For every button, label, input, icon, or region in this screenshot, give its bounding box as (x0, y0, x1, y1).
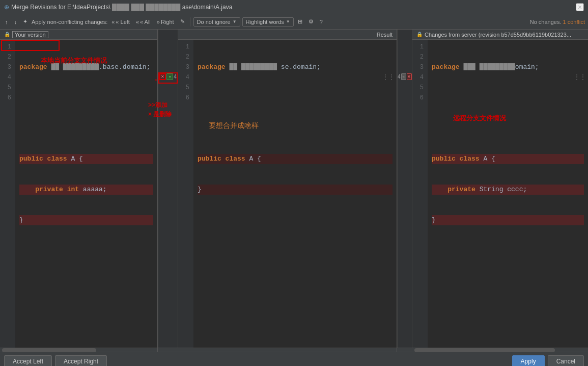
apply-edit-button[interactable]: ✎ (178, 17, 187, 26)
changes-from-server-label: Changes from server (revision b57d55d9bb… (425, 32, 571, 38)
settings-button[interactable]: ⚙ (306, 17, 316, 26)
apply-all-button[interactable]: « « All (134, 18, 153, 26)
right-gutter: 4 « ✕ (397, 30, 412, 348)
highlight-dropdown[interactable]: Highlight words ▼ (242, 17, 294, 27)
bottom-left-buttons: Accept Left Accept Right (4, 355, 107, 367)
right-scrollbar[interactable] (412, 348, 588, 352)
left-code-content: package ██ █████████.base.domain; public… (15, 40, 157, 348)
right-gutter-line-1 (398, 41, 412, 51)
help-icon: ? (320, 19, 323, 25)
app-icon: ⊕ (4, 4, 9, 11)
left-panel-title: 🔒 Your version (0, 30, 157, 40)
cancel-button[interactable]: Cancel (548, 355, 584, 367)
navigate-down-button[interactable]: ↓ (12, 18, 19, 26)
right-gutter-line-num: 4 (398, 74, 401, 80)
main-panels: 🔒 Your version 123456 package ██ ███████… (0, 30, 588, 348)
bottom-right-buttons: Apply Cancel (512, 355, 584, 367)
up-arrow-icon: ↑ (5, 19, 8, 25)
close-button[interactable]: × (576, 3, 584, 11)
apply-non-conflicting-label: Apply non-conflicting changes: (32, 19, 107, 25)
right-gutter-line-3 (398, 61, 412, 71)
result-label: Result (377, 32, 393, 38)
right-code-area[interactable]: 123456 package ███ █████████omain; publi… (412, 40, 588, 348)
reject-left-button[interactable]: ✕ (159, 73, 166, 80)
status-text: No changes. 1 conflict (530, 19, 585, 25)
accept-left-button[interactable]: » (166, 73, 173, 80)
table-icon: ⊞ (298, 18, 302, 25)
right-arrows-icon: » (157, 19, 160, 25)
table-view-button[interactable]: ⊞ (296, 17, 304, 26)
magic-icon: ✦ (23, 18, 27, 25)
apply-right-button[interactable]: » Right (155, 18, 176, 26)
right-separator-icon: ⋮⋮ (574, 73, 586, 81)
dropdown-arrow-icon: ▼ (233, 19, 237, 24)
gutter-scroll-space (158, 348, 178, 352)
bottom-bar: Accept Left Accept Right Apply Cancel (0, 352, 588, 366)
gutter-line-3 (158, 61, 178, 71)
line-number-4: 4 (174, 74, 177, 80)
left-line-numbers: 123456 (0, 40, 15, 348)
gutter-line-1 (158, 41, 178, 51)
left-code-area[interactable]: 123456 package ██ █████████.base.domain;… (0, 40, 157, 348)
apply-magic-button[interactable]: ✦ (21, 17, 30, 26)
help-button[interactable]: ? (318, 18, 325, 26)
right-line-numbers: 123456 (412, 40, 428, 348)
center-panel-title: Result (178, 30, 397, 40)
left-scrollbar[interactable] (0, 348, 158, 352)
accept-right-button[interactable]: Accept Right (55, 355, 107, 367)
right-gutter-line-2 (398, 51, 412, 61)
right-panel-title: 🔒 Changes from server (revision b57d55d9… (412, 30, 588, 40)
title-bar: ⊕ Merge Revisions for E:\IdeaProjects\ █… (0, 0, 588, 14)
gutter-line-4[interactable]: ✕ » 4 (158, 71, 178, 82)
navigate-up-button[interactable]: ↑ (3, 18, 10, 26)
window-title: Merge Revisions for E:\IdeaProjects\ ███… (11, 4, 576, 11)
conflict-count: 1 conflict (563, 19, 585, 25)
apply-button[interactable]: Apply (512, 355, 545, 367)
right-gutter-scroll-space (397, 348, 412, 352)
all-arrows-icon: « (136, 19, 139, 25)
left-panel: 🔒 Your version 123456 package ██ ███████… (0, 30, 158, 348)
center-code-area[interactable]: 123456 package ██ █████████ se.domain; p… (178, 40, 397, 348)
gutter-right-header-space (398, 30, 412, 41)
your-version-label: Your version (12, 31, 48, 38)
right-code-content: package ███ █████████omain; public class… (428, 40, 588, 348)
toolbar: ↑ ↓ ✦ Apply non-conflicting changes: « «… (0, 14, 588, 30)
gutter-header-space (158, 30, 178, 41)
left-arrows-icon: « (111, 19, 115, 25)
center-separator-icon: ⋮⋮ (382, 73, 395, 81)
apply-left-button[interactable]: « « Left (109, 18, 132, 26)
separator-1 (190, 17, 190, 27)
down-arrow-icon: ↓ (14, 19, 17, 25)
accept-left-button[interactable]: Accept Left (4, 355, 52, 367)
horizontal-scrollbar-row (0, 348, 588, 352)
right-accept-left-gutter[interactable]: « (401, 73, 406, 80)
lock-icon-right: 🔒 (416, 32, 423, 37)
ignore-dropdown[interactable]: Do not ignore ▼ (193, 17, 240, 27)
center-panel: Result 123456 package ██ █████████ se.do… (178, 30, 397, 348)
gear-icon: ⚙ (309, 18, 314, 25)
center-code-content: package ██ █████████ se.domain; public c… (193, 40, 397, 348)
lock-icon-left: 🔒 (4, 32, 10, 37)
edit-icon: ✎ (180, 18, 185, 25)
gutter-line-2 (158, 51, 178, 61)
center-line-numbers: 123456 (178, 40, 193, 348)
highlight-dropdown-arrow-icon: ▼ (286, 19, 290, 24)
left-gutter: ✕ » 4 ↓ >>添加 × 是删除 (158, 30, 178, 348)
right-reject-gutter[interactable]: ✕ (407, 73, 412, 80)
right-gutter-line-4[interactable]: 4 « ✕ (398, 71, 412, 82)
right-panel: 🔒 Changes from server (revision b57d55d9… (412, 30, 588, 348)
center-scrollbar[interactable] (178, 348, 397, 352)
